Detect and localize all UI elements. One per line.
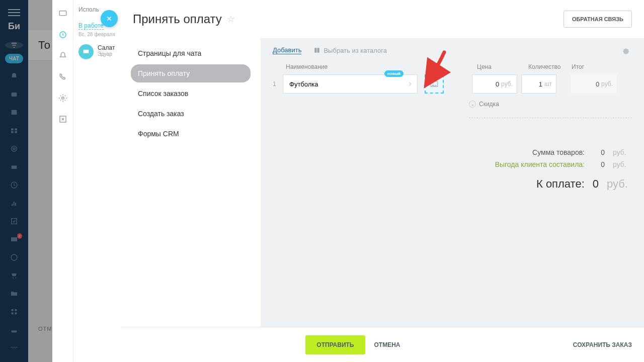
feedback-button[interactable]: ОБРАТНАЯ СВЯЗЬ [564, 11, 632, 28]
chat-date: Вс, 28 февраля [78, 32, 116, 37]
price-input[interactable]: 0 руб. [472, 74, 517, 94]
summary: Сумма товаров: 0 руб. Выгода клиента сос… [273, 148, 632, 191]
content-tabs: Добавить Выбрать из каталога [273, 46, 632, 54]
star-icon[interactable]: ☆ [227, 14, 235, 25]
chevron-down-icon: ⌄ [469, 101, 476, 108]
new-badge: новый [384, 70, 404, 77]
gear-icon[interactable] [621, 46, 630, 55]
panel-content: Добавить Выбрать из каталога Наименовани… [261, 38, 644, 327]
contact-sub: Эдуар [98, 51, 115, 57]
message-icon[interactable] [58, 9, 67, 18]
avatar [78, 44, 94, 59]
menu-create-order[interactable]: Создать заказ [131, 105, 251, 123]
menu-chat-pages[interactable]: Страницы для чата [131, 44, 251, 62]
status-label[interactable]: В работе [78, 22, 104, 30]
header-total: Итог [572, 63, 612, 70]
summary-goods-label: Сумма товаров: [532, 148, 585, 156]
catalog-icon [313, 47, 320, 54]
settings-icon[interactable] [58, 94, 67, 103]
summary-total-value: 0 [593, 177, 599, 191]
panel-footer: ОТПРАВИТЬ ОТМЕНА СОХРАНИТЬ ЗАКАЗ [121, 327, 644, 362]
summary-goods-value: 0 [593, 148, 605, 156]
tab-catalog[interactable]: Выбрать из каталога [313, 47, 386, 54]
product-image-upload[interactable] [425, 74, 444, 94]
contact-name: Салат [98, 44, 115, 51]
menu-orders[interactable]: Список заказов [131, 84, 251, 103]
close-panel-button[interactable] [101, 10, 118, 27]
chat-strip-icons [52, 0, 73, 362]
svg-rect-12 [59, 11, 66, 16]
activity-icon[interactable] [58, 30, 67, 39]
summary-benefit-value: 0 [593, 160, 605, 168]
summary-benefit-label: Выгода клиента составила: [495, 160, 585, 168]
notify-icon[interactable] [58, 51, 67, 60]
header-qty: Количество [528, 63, 564, 70]
cancel-button[interactable]: ОТМЕНА [374, 335, 400, 354]
save-order-button[interactable]: СОХРАНИТЬ ЗАКАЗ [573, 341, 632, 348]
svg-point-17 [433, 82, 434, 83]
panel-header: Принять оплату ☆ ОБРАТНАЯ СВЯЗЬ [121, 0, 644, 38]
summary-total-label: К оплате: [536, 177, 585, 191]
payment-panel: Принять оплату ☆ ОБРАТНАЯ СВЯЗЬ Страницы… [121, 0, 644, 362]
quantity-input[interactable]: 1 шт [521, 74, 556, 94]
tab-add[interactable]: Добавить [273, 46, 301, 54]
phone-icon[interactable] [58, 72, 67, 81]
arrow-right-icon[interactable] [407, 80, 414, 87]
svg-point-14 [61, 97, 64, 100]
send-button[interactable]: ОТПРАВИТЬ [305, 335, 365, 354]
row-number: 1 [273, 80, 279, 87]
chat-contact[interactable]: Салат Эдуар [78, 44, 116, 59]
panel-menu: Страницы для чата Принять оплату Список … [121, 38, 261, 327]
menu-payment[interactable]: Принять оплату [131, 64, 251, 82]
panel-title: Принять оплату ☆ [133, 12, 235, 26]
product-name-input[interactable] [283, 74, 418, 94]
row-total: 0 руб. [571, 74, 617, 94]
expand-icon[interactable] [58, 115, 67, 124]
column-headers: Наименование Цена Количество Итог [273, 63, 632, 70]
header-name: Наименование [286, 63, 436, 70]
chat-list: Исполь В работе — Вс, 28 февраля Салат Э… [73, 0, 121, 362]
discount-toggle[interactable]: ⌄ Скидка [469, 101, 632, 108]
menu-crm-forms[interactable]: Формы CRM [131, 125, 251, 143]
product-row: 1 новый 0 руб. [273, 74, 632, 94]
header-price: Цена [477, 63, 520, 70]
